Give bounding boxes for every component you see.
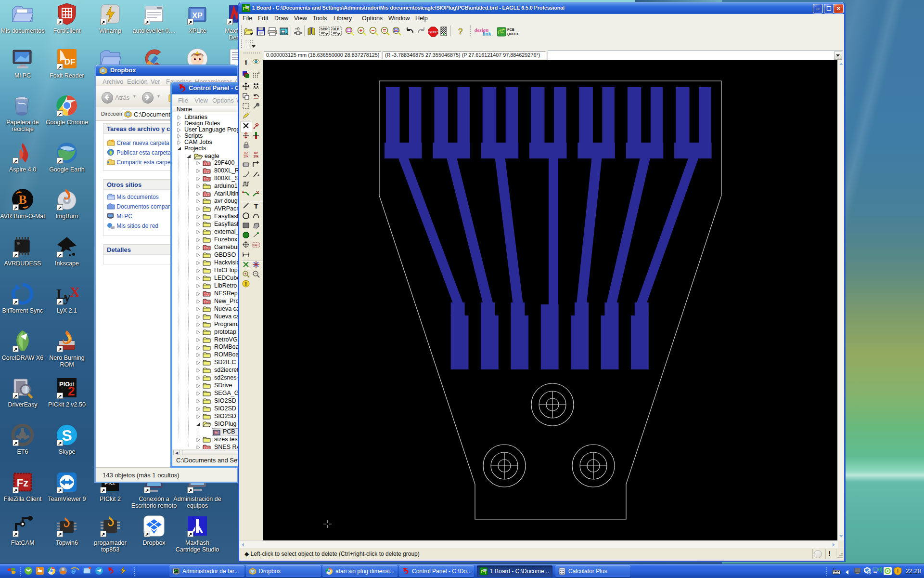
svg-text:?: ? [458, 27, 463, 36]
svg-text:ULP: ULP [333, 27, 339, 31]
svg-text:X: X [70, 284, 78, 300]
svg-text:B: B [18, 193, 26, 207]
svg-text:!: ! [897, 568, 899, 574]
svg-text:2: 2 [68, 384, 75, 398]
svg-text:10k: 10k [254, 155, 259, 158]
svg-text:XP: XP [192, 12, 203, 20]
svg-text:o: o [258, 71, 260, 74]
svg-text:SCR: SCR [321, 27, 328, 31]
svg-text:STOP: STOP [429, 30, 438, 34]
svg-text:DF: DF [64, 57, 76, 66]
svg-text:PCB: PCB [507, 28, 514, 31]
svg-text:QUOTE: QUOTE [507, 32, 519, 36]
svg-text:>AT: >AT [253, 243, 259, 247]
svg-text:!: ! [245, 281, 247, 288]
svg-text:S: S [62, 427, 72, 444]
svg-text:T: T [254, 202, 258, 210]
svg-text:link: link [483, 31, 491, 37]
svg-text:i: i [245, 58, 247, 66]
svg-text:R2: R2 [254, 151, 258, 155]
svg-text:R2: R2 [244, 151, 248, 155]
svg-text:10k: 10k [244, 155, 249, 158]
